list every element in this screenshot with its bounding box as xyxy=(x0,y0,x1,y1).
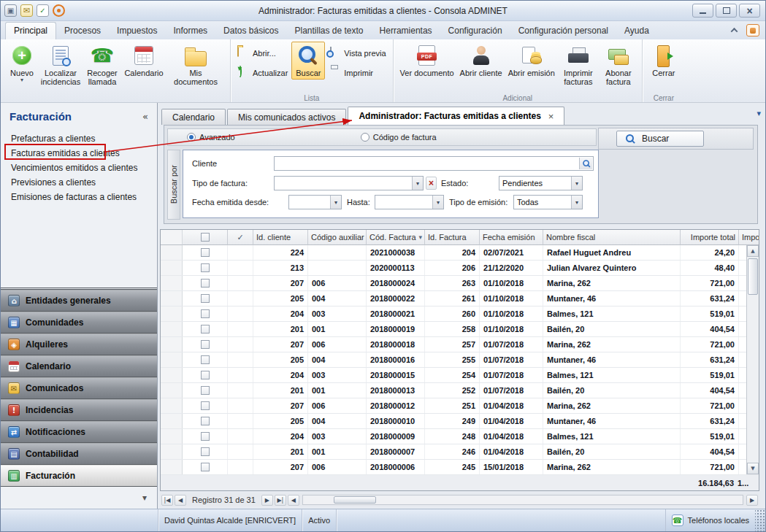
ribbon-tab-principal[interactable]: Principal xyxy=(5,22,56,39)
vertical-scrollbar[interactable]: ▲ ▼ xyxy=(746,245,759,474)
header-nombre-fiscal[interactable]: Nombre fiscal xyxy=(543,230,681,245)
app-icon[interactable] xyxy=(4,4,17,17)
scrollbar-thumb[interactable] xyxy=(748,258,758,295)
nav-notificaciones[interactable]: Notificaciones xyxy=(1,421,157,443)
abrir-button[interactable]: Abrir... xyxy=(237,47,288,59)
fecha-desde-combo[interactable]: ▾ xyxy=(288,195,342,209)
nav-alquileres[interactable]: Alquileres xyxy=(1,334,157,355)
table-row[interactable]: 204 003 2018000021 260 01/10/2018 Balmes… xyxy=(161,307,759,322)
header-fecha-emision[interactable]: Fecha emisión xyxy=(480,230,543,245)
last-record-button[interactable]: ▶| xyxy=(275,495,286,506)
doc-tab-facturas-emitidas[interactable]: Administrador: Facturas emitidas a clien… xyxy=(348,107,564,125)
row-checkbox-cell[interactable] xyxy=(183,429,228,444)
table-row[interactable]: 205 004 2018000016 255 01/07/2018 Muntan… xyxy=(161,352,759,368)
sidebar-item-previsiones[interactable]: Previsiones a clientes xyxy=(1,175,157,190)
table-row[interactable]: 207 006 2018000006 245 15/01/2018 Marina… xyxy=(161,460,759,475)
radio-unselected-icon[interactable] xyxy=(361,133,369,142)
row-checkbox-cell[interactable] xyxy=(183,261,228,275)
row-checkbox[interactable] xyxy=(201,417,210,425)
statusbar-phones[interactable]: Teléfonos locales xyxy=(665,509,755,531)
row-checkbox-cell[interactable] xyxy=(183,460,228,474)
radio-codigo-factura[interactable]: Código de factura xyxy=(361,133,437,142)
scroll-left-button[interactable]: ◀ xyxy=(288,495,299,506)
table-row[interactable]: 201 001 2018000019 258 01/10/2018 Bailén… xyxy=(161,322,759,337)
doc-tab-calendario[interactable]: Calendario xyxy=(161,109,226,125)
adminet-logo-icon[interactable] xyxy=(746,24,759,36)
mail-icon[interactable] xyxy=(20,4,33,17)
chevron-down-icon[interactable]: ▾ xyxy=(571,177,582,190)
ribbon-tab-informes[interactable]: Informes xyxy=(165,23,215,39)
sidebar-item-emisiones[interactable]: Emisiones de facturas a clientes xyxy=(1,190,157,204)
table-row[interactable]: 204 003 2018000015 254 01/07/2018 Balmes… xyxy=(161,368,759,383)
close-button[interactable] xyxy=(739,4,760,18)
imprimir-button[interactable]: Imprimir xyxy=(329,67,386,79)
scroll-right-button[interactable]: ▶ xyxy=(746,495,758,506)
header-id-cliente[interactable]: Id. cliente xyxy=(253,230,308,245)
row-checkbox-cell[interactable] xyxy=(183,352,228,367)
header-cod-factura[interactable]: Cód. Factura ▾ xyxy=(367,230,425,245)
header-check-column[interactable]: ✓ xyxy=(228,230,253,245)
collapse-sidebar-icon[interactable]: « xyxy=(142,111,148,122)
row-checkbox[interactable] xyxy=(201,263,210,272)
table-row[interactable]: 204 003 2018000009 248 01/04/2018 Balmes… xyxy=(161,429,759,444)
nav-options-chevron-icon[interactable]: ▾ xyxy=(142,493,147,503)
resize-grip[interactable] xyxy=(755,509,765,531)
next-record-button[interactable]: ▶ xyxy=(261,495,273,506)
table-row[interactable]: 207 006 2018000018 257 01/07/2018 Marina… xyxy=(161,337,759,352)
note-icon[interactable] xyxy=(37,4,49,17)
ribbon-tab-ayuda[interactable]: Ayuda xyxy=(616,23,657,39)
sidebar-item-prefacturas[interactable]: Prefacturas a clientes xyxy=(1,131,157,146)
nuevo-button[interactable]: Nuevo ▾ xyxy=(5,42,39,85)
calendario-button[interactable]: Calendario xyxy=(123,42,164,80)
ver-documento-button[interactable]: Ver documento xyxy=(398,42,456,80)
row-checkbox[interactable] xyxy=(201,325,210,334)
nav-comunidades[interactable]: Comunidades xyxy=(1,312,157,334)
row-checkbox[interactable] xyxy=(201,355,210,364)
nav-facturacion[interactable]: Facturación xyxy=(1,465,157,487)
row-checkbox[interactable] xyxy=(201,279,210,288)
vista-previa-button[interactable]: Vista previa xyxy=(329,47,386,59)
row-checkbox[interactable] xyxy=(201,432,210,441)
header-importe-truncated[interactable]: Impor xyxy=(739,230,759,245)
ribbon-tab-impuestos[interactable]: Impuestos xyxy=(109,23,165,39)
prev-record-button[interactable]: ◀ xyxy=(175,495,186,506)
actualizar-button[interactable]: Actualizar xyxy=(237,67,288,79)
imprimir-facturas-button[interactable]: Imprimir facturas xyxy=(559,42,598,88)
table-row[interactable]: 207 006 2018000012 251 01/04/2018 Marina… xyxy=(161,398,759,414)
scroll-down-button[interactable]: ▼ xyxy=(747,463,759,474)
doc-tab-comunicados-activos[interactable]: Mis comunicados activos xyxy=(227,109,346,125)
sidebar-item-facturas-emitidas[interactable]: Facturas emitidas a clientes xyxy=(1,146,157,161)
row-checkbox[interactable] xyxy=(201,340,210,349)
cliente-input[interactable] xyxy=(274,156,594,171)
table-row[interactable]: 205 004 2018000022 261 01/10/2018 Muntan… xyxy=(161,291,759,307)
nav-entidades-generales[interactable]: Entidades generales xyxy=(1,290,157,312)
row-checkbox-cell[interactable] xyxy=(183,291,228,306)
nav-contabilidad[interactable]: Contabilidad xyxy=(1,443,157,465)
radio-selected-icon[interactable] xyxy=(187,133,196,142)
ribbon-tab-procesos[interactable]: Procesos xyxy=(56,23,109,39)
first-record-button[interactable]: |◀ xyxy=(161,495,173,506)
header-importe-total[interactable]: Importe total xyxy=(681,230,739,245)
ribbon-tab-herramientas[interactable]: Herramientas xyxy=(372,23,440,39)
tipo-emision-combo[interactable]: Todas ▾ xyxy=(513,195,583,209)
search-submit-button[interactable]: Buscar xyxy=(616,131,704,147)
tipo-factura-combo[interactable]: ▾ xyxy=(274,176,424,190)
cerrar-button[interactable]: Cerrar xyxy=(647,42,681,80)
header-select-all[interactable] xyxy=(183,230,228,245)
table-row[interactable]: 201 001 2018000013 252 01/07/2018 Bailén… xyxy=(161,383,759,398)
row-checkbox-cell[interactable] xyxy=(183,383,228,398)
mis-documentos-button[interactable]: Mis documentos xyxy=(166,42,226,88)
estado-combo[interactable]: Pendientes ▾ xyxy=(499,176,583,190)
fecha-hasta-combo[interactable]: ▾ xyxy=(375,195,444,209)
row-checkbox[interactable] xyxy=(201,371,210,379)
cliente-lookup-button[interactable] xyxy=(579,158,592,169)
row-checkbox[interactable] xyxy=(201,447,210,456)
chevron-down-icon[interactable]: ▾ xyxy=(330,196,341,209)
row-checkbox[interactable] xyxy=(201,386,210,395)
tab-list-chevron-icon[interactable]: ▾ xyxy=(757,109,761,118)
row-checkbox-cell[interactable] xyxy=(183,337,228,352)
feed-icon[interactable] xyxy=(53,4,65,17)
recoger-llamada-button[interactable]: Recoger llamada xyxy=(83,42,122,88)
row-checkbox[interactable] xyxy=(201,463,210,471)
row-checkbox-cell[interactable] xyxy=(183,444,228,459)
